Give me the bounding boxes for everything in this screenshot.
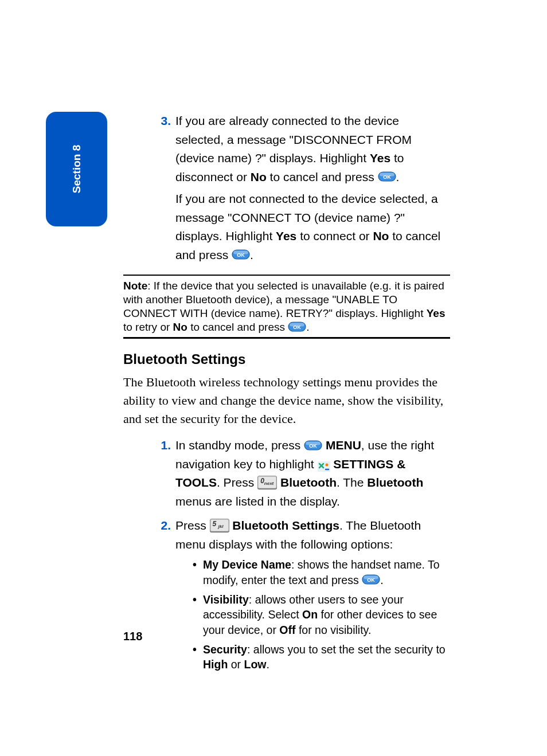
step-body: Press 5 jkl Bluetooth Settings. The Blue… bbox=[175, 516, 450, 676]
step-body: If you are already connected to the devi… bbox=[175, 112, 450, 264]
manual-page: Section 8 3. If you are already connecte… bbox=[0, 0, 547, 756]
ok-icon bbox=[378, 171, 396, 182]
step-body: In standby mode, press MENU, use the rig… bbox=[175, 436, 450, 511]
ok-icon bbox=[362, 574, 380, 585]
key-0-icon: 0next bbox=[257, 476, 277, 489]
key-5-icon: 5 jkl bbox=[210, 519, 229, 532]
section-heading: Bluetooth Settings bbox=[123, 351, 450, 367]
intro-paragraph: The Bluetooth wireless technology settin… bbox=[123, 373, 450, 428]
note-block: Note: If the device that you selected is… bbox=[123, 279, 450, 334]
ok-icon bbox=[288, 322, 306, 332]
settings-tools-icon bbox=[318, 459, 330, 469]
options-list: • My Device Name: shows the handset name… bbox=[175, 557, 450, 672]
ok-icon bbox=[304, 440, 322, 451]
step-marker: 1. bbox=[155, 436, 171, 511]
option-my-device-name: • My Device Name: shows the handset name… bbox=[193, 557, 450, 587]
step-3: 3. If you are already connected to the d… bbox=[123, 112, 450, 264]
option-visibility: • Visibility: allows other users to see … bbox=[193, 592, 450, 637]
section-tab-label: Section 8 bbox=[71, 145, 83, 193]
page-content: 3. If you are already connected to the d… bbox=[123, 112, 450, 680]
page-number: 118 bbox=[123, 630, 142, 643]
step-marker: 2. bbox=[155, 516, 171, 676]
step-1: 1. In standby mode, press MENU, use the … bbox=[155, 436, 450, 511]
step-marker: 3. bbox=[155, 112, 171, 264]
rule-top bbox=[123, 275, 450, 276]
ok-icon bbox=[232, 249, 250, 260]
option-security: • Security: allows you to set the set th… bbox=[193, 642, 450, 672]
rule-bottom bbox=[123, 337, 450, 339]
steps-list: 1. In standby mode, press MENU, use the … bbox=[123, 436, 450, 676]
step-2: 2. Press 5 jkl Bluetooth Settings. The B… bbox=[155, 516, 450, 676]
section-tab: Section 8 bbox=[46, 112, 107, 226]
